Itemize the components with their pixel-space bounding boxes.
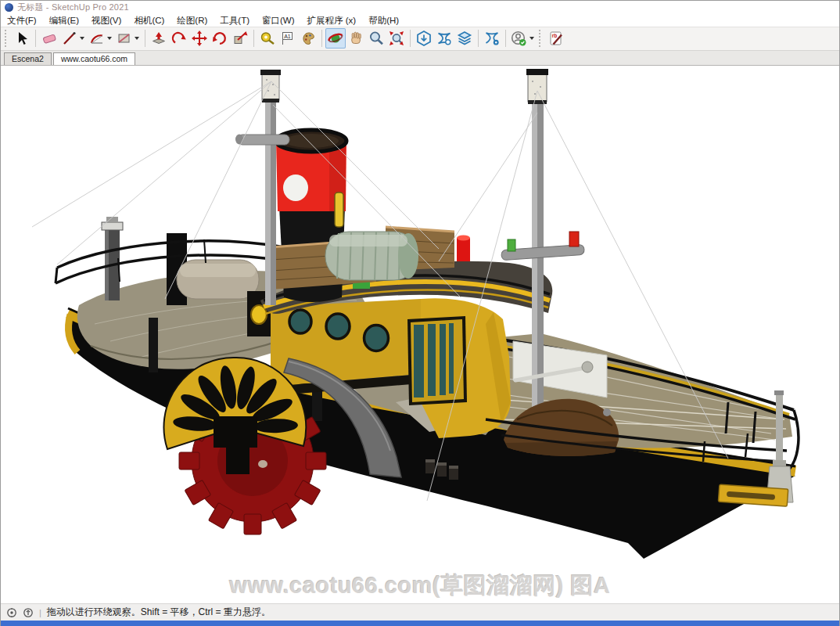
account-icon <box>510 30 529 47</box>
account-button[interactable] <box>509 28 529 49</box>
zoom-icon <box>368 30 385 47</box>
orbit-tool-button[interactable] <box>325 28 346 49</box>
select-tool-button[interactable] <box>12 28 32 49</box>
svg-text:rb: rb <box>552 33 558 38</box>
toolbar-separator <box>505 30 506 47</box>
menu-window[interactable]: 窗口(W) <box>256 14 301 27</box>
sketchup-logo-icon <box>5 3 13 12</box>
scale-icon <box>232 30 249 47</box>
stack-yellow-fitting <box>335 192 343 227</box>
move-tool-button[interactable] <box>189 28 210 49</box>
paddle-steamer-model[interactable] <box>1 66 839 604</box>
rectangle-dropdown-arrow[interactable] <box>135 37 139 40</box>
pan-tool-button[interactable] <box>346 28 366 49</box>
menu-tools[interactable]: 工具(T) <box>214 14 256 27</box>
zoom-extents-icon <box>388 30 405 47</box>
red-cylinder-top <box>457 235 470 240</box>
menu-extensions[interactable]: 扩展程序 (x) <box>301 14 363 27</box>
scale-tool-button[interactable] <box>230 28 250 49</box>
menu-view[interactable]: 视图(V) <box>85 14 127 27</box>
text-icon: A1 <box>279 30 296 47</box>
toolbar-separator <box>478 30 479 47</box>
select-icon <box>13 30 31 47</box>
boiler-tank <box>325 232 418 280</box>
share-model-button[interactable] <box>434 28 454 49</box>
menu-help[interactable]: 帮助(H) <box>362 14 405 27</box>
status-bar: | 拖动以进行环绕观察。Shift = 平移，Ctrl = 重力悬浮。 <box>1 603 839 621</box>
status-message: 拖动以进行环绕观察。Shift = 平移，Ctrl = 重力悬浮。 <box>47 606 271 619</box>
toolbar-separator <box>321 30 322 47</box>
tape-measure-icon <box>259 30 276 47</box>
push-pull-tool-button[interactable] <box>149 28 169 49</box>
paint-bucket-tool-button[interactable] <box>298 28 318 49</box>
status-separator: | <box>39 608 41 617</box>
rotate-icon <box>211 30 228 47</box>
menu-camera[interactable]: 相机(C) <box>127 14 171 27</box>
move-icon <box>191 30 208 47</box>
get-models-button[interactable] <box>414 28 434 49</box>
toolbar-separator <box>410 30 411 47</box>
svg-text:A1: A1 <box>284 34 291 39</box>
rotate-tool-button[interactable] <box>210 28 230 49</box>
account-dropdown-arrow[interactable] <box>529 37 534 40</box>
title-bar: 无标题 - SketchUp Pro 2021 <box>1 1 839 14</box>
pan-icon <box>347 30 364 47</box>
smokestack-white-dot <box>283 174 308 201</box>
line-tool-button[interactable] <box>59 28 80 49</box>
menu-bar: 文件(F) 编辑(E) 视图(V) 相机(C) 绘图(R) 工具(T) 窗口(W… <box>1 14 839 27</box>
get-models-icon <box>415 30 433 47</box>
aft-spar-knob <box>582 362 593 372</box>
extension-warehouse-button[interactable] <box>482 28 502 49</box>
geolocation-icon[interactable] <box>6 607 17 618</box>
ruby-code-editor-button[interactable]: rb <box>546 28 566 49</box>
menu-edit[interactable]: 编辑(E) <box>43 14 85 27</box>
watermark-text: www.caotu66.com(草图溜溜网) 图A <box>1 570 839 602</box>
rectangle-tool-button[interactable] <box>114 28 135 49</box>
window-bottom-strip <box>1 621 839 626</box>
scene-tab-bar: Escena2 www.caotu66.com <box>1 51 839 66</box>
tape-measure-tool-button[interactable] <box>257 28 278 49</box>
follow-me-tool-button[interactable] <box>169 28 189 49</box>
eraser-tool-button[interactable] <box>39 28 59 49</box>
orbit-icon <box>327 30 344 47</box>
scene-tab-caotu66[interactable]: www.caotu66.com <box>53 52 135 65</box>
toolbar-drag-handle[interactable] <box>5 30 8 47</box>
menu-draw[interactable]: 绘图(R) <box>171 14 214 27</box>
red-cylinder <box>457 238 470 261</box>
sketchup-window: 无标题 - SketchUp Pro 2021 文件(F) 编辑(E) 视图(V… <box>0 0 840 626</box>
follow-me-icon <box>171 30 188 47</box>
toolbar-drag-handle[interactable] <box>539 30 542 47</box>
extension-warehouse-icon <box>483 30 501 47</box>
eraser-icon <box>41 30 58 47</box>
port-light-green <box>508 239 515 251</box>
credits-icon[interactable] <box>23 607 34 618</box>
line-icon <box>61 30 78 47</box>
menu-file[interactable]: 文件(F) <box>1 14 43 27</box>
share-model-icon <box>436 30 453 47</box>
toolbar-separator <box>35 30 36 47</box>
rectangle-icon <box>116 30 133 47</box>
zoom-extents-tool-button[interactable] <box>386 28 407 49</box>
text-tool-button[interactable]: A1 <box>278 28 298 49</box>
starboard-light-red <box>569 232 579 246</box>
share-component-button[interactable] <box>454 28 475 49</box>
ruby-code-editor-icon: rb <box>547 30 565 47</box>
arc-dropdown-arrow[interactable] <box>107 37 112 40</box>
paint-bucket-icon <box>300 30 317 47</box>
share-component-icon <box>456 30 473 47</box>
arc-icon <box>88 30 106 47</box>
bow-flag-pole <box>149 318 158 372</box>
arc-tool-button[interactable] <box>87 28 107 49</box>
push-pull-icon <box>150 30 167 47</box>
toolbar: A1 <box>1 27 839 51</box>
modeling-viewport[interactable]: www.caotu66.com(草图溜溜网) 图A <box>1 66 839 604</box>
toolbar-separator <box>253 30 254 47</box>
toolbar-separator <box>145 30 145 47</box>
window-title: 无标题 - SketchUp Pro 2021 <box>17 2 129 13</box>
scene-tab-escena2[interactable]: Escena2 <box>4 52 52 65</box>
line-dropdown-arrow[interactable] <box>80 37 84 40</box>
deck-tarp-highlight <box>180 264 256 277</box>
zoom-tool-button[interactable] <box>366 28 386 49</box>
